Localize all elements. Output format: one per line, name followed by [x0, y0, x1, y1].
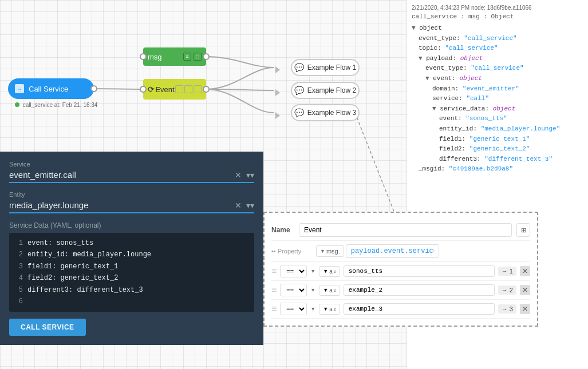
op-select-3[interactable]: == [280, 303, 307, 315]
condition-row-2: ≡ == ▼ ▼ az → 2 ✕ [271, 281, 530, 300]
event-output-port [203, 86, 210, 93]
msg-prefix: msg. [326, 248, 340, 255]
msg-node[interactable]: msg ≡ □ [143, 47, 206, 66]
input-connector-1 [274, 61, 282, 78]
call-service-output-port [90, 85, 97, 92]
name-icon-btn[interactable]: ⊞ [516, 223, 530, 237]
drag-handle-2[interactable]: ≡ [271, 285, 277, 295]
entity-input-actions: ✕ ▾▾ [235, 201, 254, 210]
cond-input-1[interactable] [344, 265, 495, 277]
yaml-label: Service Data (YAML, optional) [9, 221, 254, 229]
name-field-input[interactable] [299, 223, 512, 237]
name-field-label: Name [271, 226, 294, 234]
debug-path: call_service : msg : Object [412, 13, 583, 20]
service-input-row: ✕ ▾▾ [9, 170, 254, 183]
service-input[interactable] [9, 170, 235, 180]
cond-input-3[interactable] [344, 303, 495, 315]
remove-cond-2[interactable]: ✕ [520, 285, 530, 295]
entity-input[interactable] [9, 200, 235, 210]
cond-input-2[interactable] [344, 284, 495, 296]
prop-type-badge[interactable]: ▼ msg. [316, 245, 344, 257]
debug-tree: ▼ object event_type: "call_service" topi… [412, 23, 583, 174]
service-panel: Service ✕ ▾▾ Entity ✕ ▾▾ Service Data (Y… [0, 152, 263, 345]
name-row: Name ⊞ [271, 220, 530, 241]
call-service-node[interactable]: → Call Service [8, 78, 94, 99]
yaml-editor[interactable]: 1event: sonos_tts 2entity_id: media_play… [9, 233, 254, 312]
property-row: •• Property ▼ msg. [271, 241, 530, 262]
msg-label: msg [148, 53, 162, 61]
type-badge-2[interactable]: ▼ az [319, 285, 340, 296]
event-node[interactable]: ⟳ Event [143, 79, 206, 100]
yaml-line-1: 1event: sonos_tts [15, 237, 248, 249]
switch-panel: Name ⊞ •• Property ▼ msg. ≡ == ▼ ▼ az → … [263, 212, 538, 327]
service-input-actions: ✕ ▾▾ [235, 170, 254, 180]
condition-row-1: ≡ == ▼ ▼ az → 1 ✕ [271, 262, 530, 281]
event-label: Event [155, 85, 174, 94]
output-badge-2: → 2 [498, 285, 516, 295]
yaml-line-4: 4field2: generic_text_2 [15, 272, 248, 284]
yaml-line-2: 2entity_id: media_player.lounge [15, 249, 248, 260]
remove-cond-1[interactable]: ✕ [520, 266, 530, 276]
event-port-3 [194, 85, 202, 93]
service-label: Service [9, 161, 254, 168]
type-badge-1[interactable]: ▼ az [319, 266, 340, 277]
yaml-line-5: 5different3: different_text_3 [15, 284, 248, 296]
event-port-1 [175, 85, 183, 93]
call-service-button[interactable]: CALL SERVICE [9, 319, 86, 336]
property-path-input[interactable] [346, 244, 439, 258]
output-node-3[interactable]: 💬 Example Flow 3 [291, 104, 360, 121]
call-service-icon: → [15, 84, 24, 93]
entity-input-row: ✕ ▾▾ [9, 200, 254, 213]
drag-handle-3[interactable]: ≡ [271, 304, 277, 314]
debug-timestamp: 2/21/2020, 4:34:23 PM node: 18d6f9be.a11… [412, 5, 583, 11]
speech-icon-3: 💬 [294, 108, 304, 117]
service-options-btn[interactable]: ▾▾ [246, 170, 254, 180]
entity-label: Entity [9, 191, 254, 198]
call-service-status: call_service at: Feb 21, 16:34 [15, 102, 97, 108]
event-input-port [140, 86, 147, 93]
type-badge-3[interactable]: ▼ az [319, 304, 340, 315]
property-label: •• Property [271, 248, 311, 255]
remove-cond-3[interactable]: ✕ [520, 304, 530, 314]
yaml-line-3: 3field1: generic_text_1 [15, 261, 248, 272]
msg-output-port [203, 53, 210, 60]
condition-row-3: ≡ == ▼ ▼ az → 3 ✕ [271, 300, 530, 319]
output-node-2[interactable]: 💬 Example Flow 2 [291, 82, 360, 99]
output-1-label: Example Flow 1 [307, 64, 356, 72]
msg-list-icon: ≡ [183, 53, 191, 61]
msg-expand-icon: □ [194, 53, 202, 61]
status-dot [15, 102, 19, 107]
entity-options-btn[interactable]: ▾▾ [246, 201, 254, 210]
op-select-2[interactable]: == [280, 284, 307, 296]
service-clear-btn[interactable]: ✕ [235, 170, 242, 180]
speech-icon-1: 💬 [294, 63, 304, 72]
event-icon: ⟳ [148, 85, 155, 94]
speech-icon-2: 💬 [294, 86, 304, 95]
input-connector-3 [274, 107, 282, 124]
call-service-label: Call Service [29, 85, 68, 93]
msg-input-port [140, 53, 147, 60]
output-2-label: Example Flow 2 [307, 86, 356, 94]
output-badge-1: → 1 [498, 267, 516, 276]
output-3-label: Example Flow 3 [307, 109, 356, 117]
output-badge-3: → 3 [498, 304, 516, 314]
input-connector-2 [274, 84, 282, 101]
entity-clear-btn[interactable]: ✕ [235, 201, 242, 210]
drag-handle-1[interactable]: ≡ [271, 266, 277, 276]
op-select-1[interactable]: == [280, 265, 307, 277]
output-node-1[interactable]: 💬 Example Flow 1 [291, 59, 360, 76]
yaml-line-6: 6 [15, 296, 248, 307]
event-port-2 [184, 85, 192, 93]
